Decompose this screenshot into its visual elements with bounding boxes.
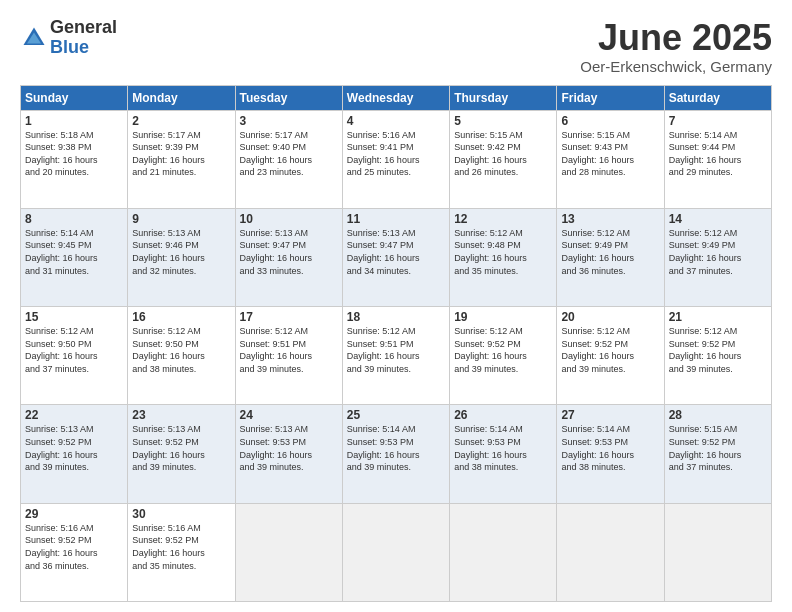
day-23: 23Sunrise: 5:13 AMSunset: 9:52 PMDayligh… xyxy=(128,405,235,503)
day-info: Sunrise: 5:12 AMSunset: 9:52 PMDaylight:… xyxy=(669,326,742,374)
location: Oer-Erkenschwick, Germany xyxy=(580,58,772,75)
day-12: 12Sunrise: 5:12 AMSunset: 9:48 PMDayligh… xyxy=(450,208,557,306)
day-info: Sunrise: 5:17 AMSunset: 9:39 PMDaylight:… xyxy=(132,130,205,178)
day-info: Sunrise: 5:13 AMSunset: 9:47 PMDaylight:… xyxy=(240,228,313,276)
col-header-sunday: Sunday xyxy=(21,85,128,110)
col-header-saturday: Saturday xyxy=(664,85,771,110)
day-num: 10 xyxy=(240,212,338,226)
empty-cell xyxy=(557,503,664,601)
day-19: 19Sunrise: 5:12 AMSunset: 9:52 PMDayligh… xyxy=(450,307,557,405)
day-info: Sunrise: 5:12 AMSunset: 9:51 PMDaylight:… xyxy=(240,326,313,374)
day-num: 29 xyxy=(25,507,123,521)
day-num: 20 xyxy=(561,310,659,324)
day-num: 26 xyxy=(454,408,552,422)
page: General Blue June 2025 Oer-Erkenschwick,… xyxy=(0,0,792,612)
day-info: Sunrise: 5:12 AMSunset: 9:49 PMDaylight:… xyxy=(669,228,742,276)
col-header-thursday: Thursday xyxy=(450,85,557,110)
month-title: June 2025 xyxy=(580,18,772,58)
day-info: Sunrise: 5:12 AMSunset: 9:50 PMDaylight:… xyxy=(132,326,205,374)
day-26: 26Sunrise: 5:14 AMSunset: 9:53 PMDayligh… xyxy=(450,405,557,503)
day-info: Sunrise: 5:13 AMSunset: 9:52 PMDaylight:… xyxy=(25,424,98,472)
day-28: 28Sunrise: 5:15 AMSunset: 9:52 PMDayligh… xyxy=(664,405,771,503)
day-num: 8 xyxy=(25,212,123,226)
day-25: 25Sunrise: 5:14 AMSunset: 9:53 PMDayligh… xyxy=(342,405,449,503)
day-num: 7 xyxy=(669,114,767,128)
day-1: 1Sunrise: 5:18 AMSunset: 9:38 PMDaylight… xyxy=(21,110,128,208)
day-info: Sunrise: 5:14 AMSunset: 9:44 PMDaylight:… xyxy=(669,130,742,178)
day-info: Sunrise: 5:15 AMSunset: 9:42 PMDaylight:… xyxy=(454,130,527,178)
day-info: Sunrise: 5:15 AMSunset: 9:52 PMDaylight:… xyxy=(669,424,742,472)
day-info: Sunrise: 5:17 AMSunset: 9:40 PMDaylight:… xyxy=(240,130,313,178)
logo-icon xyxy=(20,24,48,52)
day-8: 8Sunrise: 5:14 AMSunset: 9:45 PMDaylight… xyxy=(21,208,128,306)
day-info: Sunrise: 5:12 AMSunset: 9:51 PMDaylight:… xyxy=(347,326,420,374)
day-30: 30Sunrise: 5:16 AMSunset: 9:52 PMDayligh… xyxy=(128,503,235,601)
day-num: 13 xyxy=(561,212,659,226)
day-info: Sunrise: 5:18 AMSunset: 9:38 PMDaylight:… xyxy=(25,130,98,178)
day-21: 21Sunrise: 5:12 AMSunset: 9:52 PMDayligh… xyxy=(664,307,771,405)
day-info: Sunrise: 5:12 AMSunset: 9:49 PMDaylight:… xyxy=(561,228,634,276)
day-7: 7Sunrise: 5:14 AMSunset: 9:44 PMDaylight… xyxy=(664,110,771,208)
day-17: 17Sunrise: 5:12 AMSunset: 9:51 PMDayligh… xyxy=(235,307,342,405)
day-num: 16 xyxy=(132,310,230,324)
logo-text: General Blue xyxy=(50,18,117,58)
day-info: Sunrise: 5:16 AMSunset: 9:41 PMDaylight:… xyxy=(347,130,420,178)
logo-general: General xyxy=(50,17,117,37)
logo-blue: Blue xyxy=(50,37,89,57)
day-num: 14 xyxy=(669,212,767,226)
day-num: 1 xyxy=(25,114,123,128)
empty-cell xyxy=(342,503,449,601)
day-num: 12 xyxy=(454,212,552,226)
day-num: 2 xyxy=(132,114,230,128)
day-num: 24 xyxy=(240,408,338,422)
day-20: 20Sunrise: 5:12 AMSunset: 9:52 PMDayligh… xyxy=(557,307,664,405)
day-5: 5Sunrise: 5:15 AMSunset: 9:42 PMDaylight… xyxy=(450,110,557,208)
day-info: Sunrise: 5:13 AMSunset: 9:52 PMDaylight:… xyxy=(132,424,205,472)
day-29: 29Sunrise: 5:16 AMSunset: 9:52 PMDayligh… xyxy=(21,503,128,601)
day-18: 18Sunrise: 5:12 AMSunset: 9:51 PMDayligh… xyxy=(342,307,449,405)
col-header-friday: Friday xyxy=(557,85,664,110)
day-num: 21 xyxy=(669,310,767,324)
col-header-tuesday: Tuesday xyxy=(235,85,342,110)
day-num: 11 xyxy=(347,212,445,226)
day-10: 10Sunrise: 5:13 AMSunset: 9:47 PMDayligh… xyxy=(235,208,342,306)
day-num: 25 xyxy=(347,408,445,422)
col-header-wednesday: Wednesday xyxy=(342,85,449,110)
day-num: 3 xyxy=(240,114,338,128)
day-num: 18 xyxy=(347,310,445,324)
day-num: 4 xyxy=(347,114,445,128)
day-info: Sunrise: 5:15 AMSunset: 9:43 PMDaylight:… xyxy=(561,130,634,178)
day-info: Sunrise: 5:16 AMSunset: 9:52 PMDaylight:… xyxy=(132,523,205,571)
day-15: 15Sunrise: 5:12 AMSunset: 9:50 PMDayligh… xyxy=(21,307,128,405)
day-info: Sunrise: 5:12 AMSunset: 9:52 PMDaylight:… xyxy=(561,326,634,374)
day-22: 22Sunrise: 5:13 AMSunset: 9:52 PMDayligh… xyxy=(21,405,128,503)
day-info: Sunrise: 5:13 AMSunset: 9:47 PMDaylight:… xyxy=(347,228,420,276)
day-info: Sunrise: 5:12 AMSunset: 9:50 PMDaylight:… xyxy=(25,326,98,374)
day-num: 27 xyxy=(561,408,659,422)
day-num: 22 xyxy=(25,408,123,422)
day-info: Sunrise: 5:16 AMSunset: 9:52 PMDaylight:… xyxy=(25,523,98,571)
day-13: 13Sunrise: 5:12 AMSunset: 9:49 PMDayligh… xyxy=(557,208,664,306)
day-2: 2Sunrise: 5:17 AMSunset: 9:39 PMDaylight… xyxy=(128,110,235,208)
empty-cell xyxy=(235,503,342,601)
day-num: 28 xyxy=(669,408,767,422)
day-num: 17 xyxy=(240,310,338,324)
day-24: 24Sunrise: 5:13 AMSunset: 9:53 PMDayligh… xyxy=(235,405,342,503)
day-info: Sunrise: 5:12 AMSunset: 9:48 PMDaylight:… xyxy=(454,228,527,276)
day-num: 9 xyxy=(132,212,230,226)
day-num: 19 xyxy=(454,310,552,324)
day-9: 9Sunrise: 5:13 AMSunset: 9:46 PMDaylight… xyxy=(128,208,235,306)
header: General Blue June 2025 Oer-Erkenschwick,… xyxy=(20,18,772,75)
day-3: 3Sunrise: 5:17 AMSunset: 9:40 PMDaylight… xyxy=(235,110,342,208)
col-header-monday: Monday xyxy=(128,85,235,110)
logo: General Blue xyxy=(20,18,117,58)
title-block: June 2025 Oer-Erkenschwick, Germany xyxy=(580,18,772,75)
day-num: 15 xyxy=(25,310,123,324)
day-num: 5 xyxy=(454,114,552,128)
day-14: 14Sunrise: 5:12 AMSunset: 9:49 PMDayligh… xyxy=(664,208,771,306)
day-num: 30 xyxy=(132,507,230,521)
day-info: Sunrise: 5:14 AMSunset: 9:53 PMDaylight:… xyxy=(347,424,420,472)
calendar: SundayMondayTuesdayWednesdayThursdayFrid… xyxy=(20,85,772,602)
day-11: 11Sunrise: 5:13 AMSunset: 9:47 PMDayligh… xyxy=(342,208,449,306)
day-info: Sunrise: 5:12 AMSunset: 9:52 PMDaylight:… xyxy=(454,326,527,374)
